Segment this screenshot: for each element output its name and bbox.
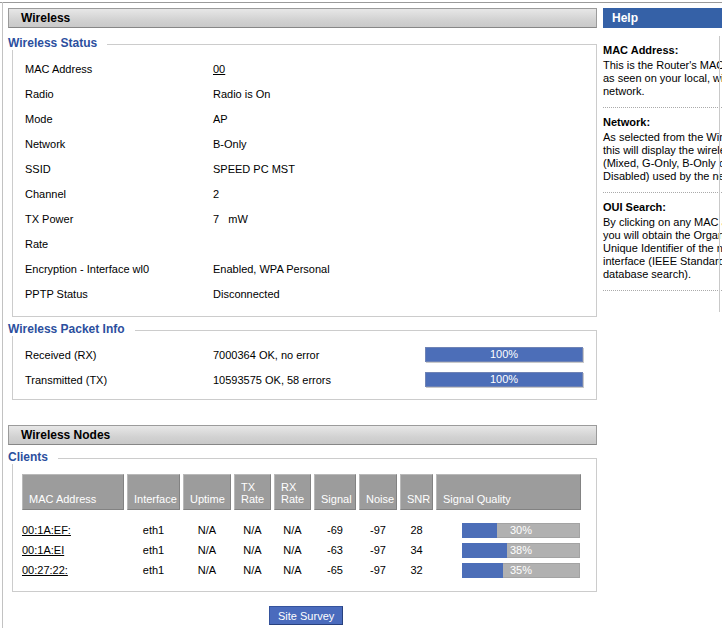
status-row-txpower: TX Power 7 mW [13, 206, 596, 231]
client-mac-link[interactable]: 00:27:22: [22, 564, 68, 576]
status-label: PPTP Status [13, 288, 213, 300]
help-section-title: MAC Address: [603, 44, 722, 56]
top-divider [0, 2, 722, 3]
client-snr: 34 [400, 544, 433, 556]
col-header-txrate: TX Rate [234, 474, 271, 510]
help-section-oui: OUI Search: By clicking on any MAC addre… [603, 201, 722, 291]
client-uptime: N/A [183, 524, 231, 536]
status-value: Disconnected [213, 288, 280, 300]
help-divider [603, 107, 722, 108]
help-panel-title: Help [603, 8, 722, 28]
status-row-network: Network B-Only [13, 131, 596, 156]
client-uptime: N/A [183, 564, 231, 576]
status-value: 7 mW [213, 213, 248, 225]
status-label: Mode [13, 113, 213, 125]
help-divider [603, 290, 722, 291]
client-interface: eth1 [127, 544, 180, 556]
router-admin-page: Wireless Help Wireless Status MAC Addres… [0, 0, 722, 630]
client-interface: eth1 [127, 564, 180, 576]
status-value: SPEED PC MST [213, 163, 295, 175]
status-label: TX Power [13, 213, 213, 225]
signal-quality-bar: 38% [462, 543, 580, 558]
client-noise: -97 [359, 564, 397, 576]
client-row: 00:1A:EF: eth1 N/A N/A N/A -69 -97 28 30… [22, 520, 584, 540]
clients-body: 00:1A:EF: eth1 N/A N/A N/A -69 -97 28 30… [22, 520, 584, 580]
help-section-text: By clicking on any MAC address, you will… [603, 216, 722, 281]
status-row-pptp: PPTP Status Disconnected [13, 281, 596, 306]
packet-info-legend: Wireless Packet Info [8, 322, 135, 336]
status-row-ssid: SSID SPEED PC MST [13, 156, 596, 181]
status-row-encryption: Encryption - Interface wl0 Enabled, WPA … [13, 256, 596, 281]
help-section-text: As selected from the Wireless tab, this … [603, 131, 722, 183]
packet-value: 10593575 OK, 58 errors [213, 374, 413, 386]
left-divider [2, 2, 3, 628]
status-label: Channel [13, 188, 213, 200]
client-interface: eth1 [127, 524, 180, 536]
client-tx-rate: N/A [234, 544, 271, 556]
col-header-snr: SNR [400, 474, 433, 510]
client-noise: -97 [359, 544, 397, 556]
status-label: Radio [13, 88, 213, 100]
packet-label: Transmitted (TX) [13, 374, 213, 386]
client-rx-rate: N/A [274, 524, 311, 536]
help-right-border [719, 36, 720, 312]
col-header-signal: Signal [314, 474, 356, 510]
col-header-mac: MAC Address [22, 474, 124, 510]
packet-row-tx: Transmitted (TX) 10593575 OK, 58 errors … [13, 367, 596, 392]
clients-header-row: MAC Address Interface Uptime TX Rate RX … [22, 474, 584, 510]
status-label: MAC Address [13, 63, 213, 75]
mac-address-link[interactable]: 00 [213, 63, 225, 75]
signal-quality-label: 35% [462, 563, 580, 578]
rx-progress-bar: 100% [425, 347, 583, 362]
col-header-signal-quality: Signal Quality [436, 474, 581, 510]
status-row-mode: Mode AP [13, 106, 596, 131]
client-uptime: N/A [183, 544, 231, 556]
tx-progress-label: 100% [426, 373, 582, 386]
rx-progress-label: 100% [426, 348, 582, 361]
packet-value: 7000364 OK, no error [213, 349, 413, 361]
client-tx-rate: N/A [234, 524, 271, 536]
col-header-noise: Noise [359, 474, 397, 510]
clients-section: Clients MAC Address Interface Uptime TX … [12, 458, 597, 592]
status-value: B-Only [213, 138, 247, 150]
signal-quality-label: 30% [462, 523, 580, 538]
client-row: 00:1A:EI eth1 N/A N/A N/A -63 -97 34 38% [22, 540, 584, 560]
client-snr: 28 [400, 524, 433, 536]
status-value: AP [213, 113, 228, 125]
client-tx-rate: N/A [234, 564, 271, 576]
status-value: Radio is On [213, 88, 270, 100]
client-mac-link[interactable]: 00:1A:EF: [22, 524, 71, 536]
client-signal: -63 [314, 544, 356, 556]
clients-table: MAC Address Interface Uptime TX Rate RX … [22, 474, 584, 580]
col-header-rxrate: RX Rate [274, 474, 311, 510]
client-row: 00:27:22: eth1 N/A N/A N/A -65 -97 32 35… [22, 560, 584, 580]
status-label: Encryption - Interface wl0 [13, 263, 213, 275]
page-title: Wireless [8, 8, 597, 28]
packet-row-rx: Received (RX) 7000364 OK, no error 100% [13, 342, 596, 367]
status-row-rate: Rate [13, 231, 596, 256]
wireless-nodes-header: Wireless Nodes [8, 425, 597, 445]
client-signal: -69 [314, 524, 356, 536]
client-snr: 32 [400, 564, 433, 576]
help-panel: MAC Address: This is the Router's MAC Ad… [603, 36, 722, 292]
signal-quality-label: 38% [462, 543, 580, 558]
client-rx-rate: N/A [274, 564, 311, 576]
clients-legend: Clients [8, 450, 58, 464]
help-section-title: OUI Search: [603, 201, 722, 213]
signal-quality-bar: 35% [462, 563, 580, 578]
status-row-radio: Radio Radio is On [13, 81, 596, 106]
client-noise: -97 [359, 524, 397, 536]
help-divider [603, 192, 722, 193]
help-section-mac: MAC Address: This is the Router's MAC Ad… [603, 44, 722, 108]
status-label: Network [13, 138, 213, 150]
wireless-packet-info-section: Wireless Packet Info Received (RX) 70003… [12, 330, 597, 400]
client-mac-link[interactable]: 00:1A:EI [22, 544, 64, 556]
help-section-network: Network: As selected from the Wireless t… [603, 116, 722, 193]
col-header-interface: Interface [127, 474, 180, 510]
signal-quality-bar: 30% [462, 523, 580, 538]
status-label: SSID [13, 163, 213, 175]
status-row-channel: Channel 2 [13, 181, 596, 206]
site-survey-button[interactable]: Site Survey [269, 606, 343, 625]
packet-label: Received (RX) [13, 349, 213, 361]
status-value: Enabled, WPA Personal [213, 263, 330, 275]
